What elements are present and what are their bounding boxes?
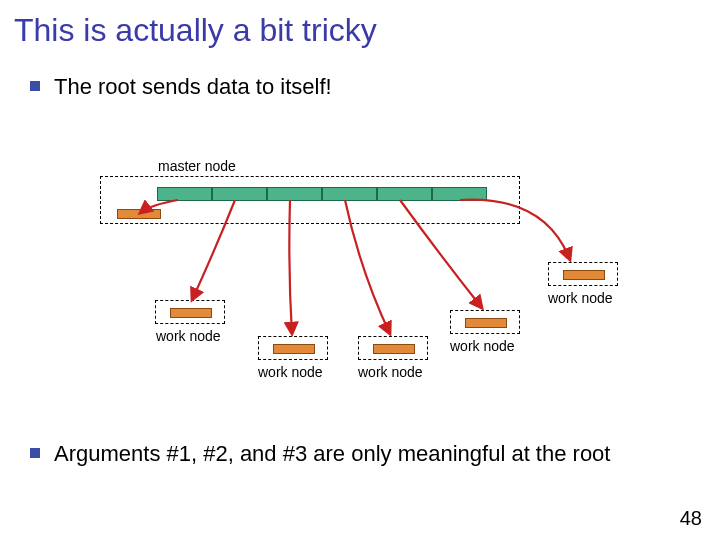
bullet-icon — [30, 448, 40, 458]
bullet-text: Arguments #1, #2, and #3 are only meanin… — [54, 440, 610, 469]
bullet-item: Arguments #1, #2, and #3 are only meanin… — [30, 440, 690, 469]
page-number: 48 — [680, 507, 702, 530]
